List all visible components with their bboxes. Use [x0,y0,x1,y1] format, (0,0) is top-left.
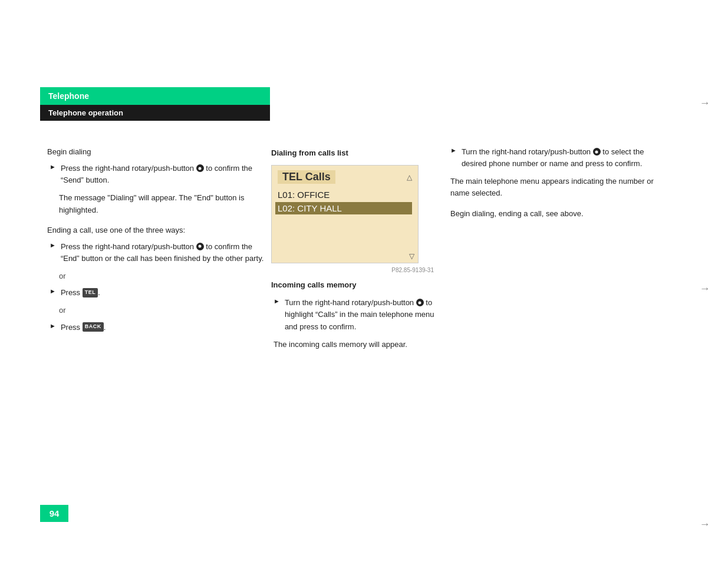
or-text-2: or [59,305,265,316]
right-column: ► Turn the right-hand rotary/push-button… [448,146,660,224]
arrow-icon-6: ► [450,147,457,154]
tel-calls-text: TEL Calls [278,170,335,184]
circle-button-icon-2 [196,243,204,250]
right-note-2: Begin dialing, ending a call, see above. [450,208,660,220]
incoming-note: The incoming calls memory will appear. [274,339,436,351]
page-number: 94 [40,505,68,522]
bullet-tel-text: Press TEL. [61,287,100,299]
circle-button-icon-1 [196,164,204,172]
back-key-badge: BACK [83,322,104,332]
edge-arrow-mid: ← [700,283,710,295]
arrow-icon-1: ► [50,163,56,170]
tel-display-spacer [272,222,418,251]
arrow-icon-5: ► [274,297,280,305]
bullet-tel: ► Press TEL. [50,287,265,299]
bullet-incoming-text: Turn the right-hand rotary/push-button t… [285,297,436,332]
tel-display-body: L01: OFFICE L02: CITY HALL [272,186,418,222]
or-text-1: or [59,270,265,282]
bullet-incoming-1: ► Turn the right-hand rotary/push-button… [274,297,436,332]
bullet-end-text: Press the right-hand rotary/push-button … [61,241,265,265]
bullet-right-1: ► Turn the right-hand rotary/push-button… [450,146,660,170]
arrow-icon-3: ► [50,287,56,295]
tel-display-header: TEL Calls △ [272,166,418,186]
arrow-icon-2: ► [50,242,56,249]
incoming-heading: Incoming calls memory [271,279,436,291]
edge-arrow-bot: ← [700,518,710,531]
right-note-1: The main telephone menu appears indicati… [450,176,660,199]
middle-column: Dialing from calls list TEL Calls △ L01:… [271,146,436,355]
tel-item-1: L01: OFFICE [278,190,412,200]
category-bar: Telephone [40,87,270,105]
scroll-up-icon: △ [407,173,412,181]
subcategory-bar: Telephone operation [40,105,270,121]
bullet-send-text: Press the right-hand rotary/push-button … [61,163,265,186]
dialing-heading: Dialing from calls list [271,147,436,159]
display-ref: P82.85-9139-31 [271,267,436,273]
circle-button-icon-3 [416,299,424,306]
tel-display: TEL Calls △ L01: OFFICE L02: CITY HALL ▽ [271,165,419,263]
ending-call-label: Ending a call, use one of the three ways… [47,224,265,236]
category-label: Telephone [48,91,89,101]
bullet-send: ► Press the right-hand rotary/push-butto… [50,163,265,186]
header-section: Telephone Telephone operation [40,87,270,121]
bullet-end: ► Press the right-hand rotary/push-butto… [50,241,265,265]
tel-item-2: L02: CITY HALL [275,202,412,214]
bullet-back: ► Press BACK. [50,322,265,333]
bullet-right-text: Turn the right-hand rotary/push-button t… [462,146,660,170]
subcategory-label: Telephone operation [48,108,123,117]
tel-display-footer: ▽ [272,251,418,263]
scroll-down-icon: ▽ [409,252,414,260]
bullet-back-text: Press BACK. [61,322,106,333]
tel-key-badge: TEL [83,288,98,297]
edge-arrow-top: ← [700,97,710,110]
begin-dialing-label: Begin dialing [47,146,265,158]
arrow-icon-4: ► [50,322,56,329]
send-note: The message "Dialing" will appear. The "… [59,192,265,216]
left-column: Begin dialing ► Press the right-hand rot… [47,146,265,339]
circle-button-icon-4 [593,148,601,156]
